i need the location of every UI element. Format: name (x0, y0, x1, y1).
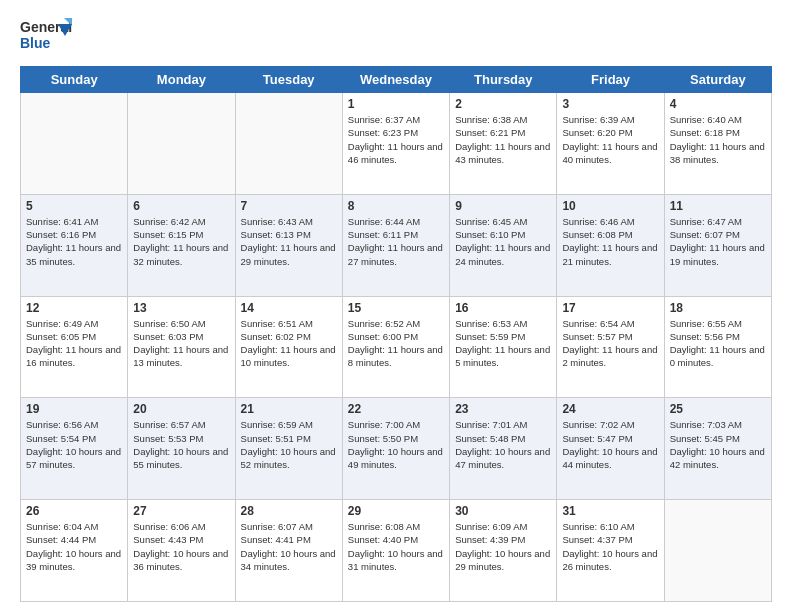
table-row: 8Sunrise: 6:44 AMSunset: 6:11 PMDaylight… (342, 194, 449, 296)
day-number: 12 (26, 301, 122, 315)
day-number: 24 (562, 402, 658, 416)
day-info: Sunrise: 6:06 AMSunset: 4:43 PMDaylight:… (133, 520, 229, 573)
table-row: 31Sunrise: 6:10 AMSunset: 4:37 PMDayligh… (557, 500, 664, 602)
day-number: 4 (670, 97, 766, 111)
header: General Blue (20, 16, 772, 56)
day-number: 18 (670, 301, 766, 315)
col-friday: Friday (557, 67, 664, 93)
table-row: 21Sunrise: 6:59 AMSunset: 5:51 PMDayligh… (235, 398, 342, 500)
table-row: 10Sunrise: 6:46 AMSunset: 6:08 PMDayligh… (557, 194, 664, 296)
week-row-3: 12Sunrise: 6:49 AMSunset: 6:05 PMDayligh… (21, 296, 772, 398)
svg-text:Blue: Blue (20, 35, 51, 51)
table-row: 3Sunrise: 6:39 AMSunset: 6:20 PMDaylight… (557, 93, 664, 195)
table-row: 2Sunrise: 6:38 AMSunset: 6:21 PMDaylight… (450, 93, 557, 195)
table-row: 17Sunrise: 6:54 AMSunset: 5:57 PMDayligh… (557, 296, 664, 398)
table-row: 12Sunrise: 6:49 AMSunset: 6:05 PMDayligh… (21, 296, 128, 398)
day-info: Sunrise: 6:39 AMSunset: 6:20 PMDaylight:… (562, 113, 658, 166)
table-row: 14Sunrise: 6:51 AMSunset: 6:02 PMDayligh… (235, 296, 342, 398)
day-number: 6 (133, 199, 229, 213)
table-row: 23Sunrise: 7:01 AMSunset: 5:48 PMDayligh… (450, 398, 557, 500)
table-row: 16Sunrise: 6:53 AMSunset: 5:59 PMDayligh… (450, 296, 557, 398)
table-row: 27Sunrise: 6:06 AMSunset: 4:43 PMDayligh… (128, 500, 235, 602)
table-row: 11Sunrise: 6:47 AMSunset: 6:07 PMDayligh… (664, 194, 771, 296)
day-number: 17 (562, 301, 658, 315)
day-info: Sunrise: 6:37 AMSunset: 6:23 PMDaylight:… (348, 113, 444, 166)
day-number: 11 (670, 199, 766, 213)
day-number: 3 (562, 97, 658, 111)
table-row: 9Sunrise: 6:45 AMSunset: 6:10 PMDaylight… (450, 194, 557, 296)
table-row (21, 93, 128, 195)
col-saturday: Saturday (664, 67, 771, 93)
table-row: 4Sunrise: 6:40 AMSunset: 6:18 PMDaylight… (664, 93, 771, 195)
day-info: Sunrise: 6:44 AMSunset: 6:11 PMDaylight:… (348, 215, 444, 268)
day-number: 8 (348, 199, 444, 213)
col-sunday: Sunday (21, 67, 128, 93)
day-info: Sunrise: 7:01 AMSunset: 5:48 PMDaylight:… (455, 418, 551, 471)
day-number: 25 (670, 402, 766, 416)
table-row: 5Sunrise: 6:41 AMSunset: 6:16 PMDaylight… (21, 194, 128, 296)
day-info: Sunrise: 6:45 AMSunset: 6:10 PMDaylight:… (455, 215, 551, 268)
table-row: 15Sunrise: 6:52 AMSunset: 6:00 PMDayligh… (342, 296, 449, 398)
day-info: Sunrise: 6:49 AMSunset: 6:05 PMDaylight:… (26, 317, 122, 370)
day-number: 21 (241, 402, 337, 416)
table-row: 18Sunrise: 6:55 AMSunset: 5:56 PMDayligh… (664, 296, 771, 398)
day-info: Sunrise: 6:40 AMSunset: 6:18 PMDaylight:… (670, 113, 766, 166)
day-info: Sunrise: 7:00 AMSunset: 5:50 PMDaylight:… (348, 418, 444, 471)
day-info: Sunrise: 6:41 AMSunset: 6:16 PMDaylight:… (26, 215, 122, 268)
day-info: Sunrise: 6:56 AMSunset: 5:54 PMDaylight:… (26, 418, 122, 471)
day-number: 1 (348, 97, 444, 111)
day-info: Sunrise: 7:03 AMSunset: 5:45 PMDaylight:… (670, 418, 766, 471)
table-row: 26Sunrise: 6:04 AMSunset: 4:44 PMDayligh… (21, 500, 128, 602)
table-row: 13Sunrise: 6:50 AMSunset: 6:03 PMDayligh… (128, 296, 235, 398)
day-number: 5 (26, 199, 122, 213)
day-info: Sunrise: 6:59 AMSunset: 5:51 PMDaylight:… (241, 418, 337, 471)
day-number: 13 (133, 301, 229, 315)
col-tuesday: Tuesday (235, 67, 342, 93)
week-row-4: 19Sunrise: 6:56 AMSunset: 5:54 PMDayligh… (21, 398, 772, 500)
day-number: 10 (562, 199, 658, 213)
day-number: 14 (241, 301, 337, 315)
week-row-5: 26Sunrise: 6:04 AMSunset: 4:44 PMDayligh… (21, 500, 772, 602)
day-number: 19 (26, 402, 122, 416)
day-info: Sunrise: 6:52 AMSunset: 6:00 PMDaylight:… (348, 317, 444, 370)
day-info: Sunrise: 6:38 AMSunset: 6:21 PMDaylight:… (455, 113, 551, 166)
table-row: 29Sunrise: 6:08 AMSunset: 4:40 PMDayligh… (342, 500, 449, 602)
table-row: 19Sunrise: 6:56 AMSunset: 5:54 PMDayligh… (21, 398, 128, 500)
table-row (664, 500, 771, 602)
day-info: Sunrise: 6:04 AMSunset: 4:44 PMDaylight:… (26, 520, 122, 573)
col-wednesday: Wednesday (342, 67, 449, 93)
day-number: 7 (241, 199, 337, 213)
day-info: Sunrise: 6:57 AMSunset: 5:53 PMDaylight:… (133, 418, 229, 471)
day-number: 2 (455, 97, 551, 111)
day-info: Sunrise: 6:07 AMSunset: 4:41 PMDaylight:… (241, 520, 337, 573)
table-row: 20Sunrise: 6:57 AMSunset: 5:53 PMDayligh… (128, 398, 235, 500)
day-info: Sunrise: 6:47 AMSunset: 6:07 PMDaylight:… (670, 215, 766, 268)
day-info: Sunrise: 6:10 AMSunset: 4:37 PMDaylight:… (562, 520, 658, 573)
table-row: 1Sunrise: 6:37 AMSunset: 6:23 PMDaylight… (342, 93, 449, 195)
day-number: 23 (455, 402, 551, 416)
day-number: 27 (133, 504, 229, 518)
day-info: Sunrise: 6:43 AMSunset: 6:13 PMDaylight:… (241, 215, 337, 268)
day-number: 16 (455, 301, 551, 315)
table-row: 30Sunrise: 6:09 AMSunset: 4:39 PMDayligh… (450, 500, 557, 602)
day-number: 31 (562, 504, 658, 518)
page: General Blue Sunday Monday Tuesday Wedne… (0, 0, 792, 612)
day-info: Sunrise: 6:50 AMSunset: 6:03 PMDaylight:… (133, 317, 229, 370)
day-number: 20 (133, 402, 229, 416)
day-number: 28 (241, 504, 337, 518)
calendar: Sunday Monday Tuesday Wednesday Thursday… (20, 66, 772, 602)
table-row: 25Sunrise: 7:03 AMSunset: 5:45 PMDayligh… (664, 398, 771, 500)
week-row-2: 5Sunrise: 6:41 AMSunset: 6:16 PMDaylight… (21, 194, 772, 296)
table-row: 6Sunrise: 6:42 AMSunset: 6:15 PMDaylight… (128, 194, 235, 296)
day-number: 9 (455, 199, 551, 213)
day-number: 29 (348, 504, 444, 518)
day-info: Sunrise: 6:46 AMSunset: 6:08 PMDaylight:… (562, 215, 658, 268)
day-info: Sunrise: 7:02 AMSunset: 5:47 PMDaylight:… (562, 418, 658, 471)
col-thursday: Thursday (450, 67, 557, 93)
day-number: 30 (455, 504, 551, 518)
logo: General Blue (20, 16, 72, 56)
table-row: 28Sunrise: 6:07 AMSunset: 4:41 PMDayligh… (235, 500, 342, 602)
table-row: 24Sunrise: 7:02 AMSunset: 5:47 PMDayligh… (557, 398, 664, 500)
day-info: Sunrise: 6:55 AMSunset: 5:56 PMDaylight:… (670, 317, 766, 370)
table-row: 7Sunrise: 6:43 AMSunset: 6:13 PMDaylight… (235, 194, 342, 296)
